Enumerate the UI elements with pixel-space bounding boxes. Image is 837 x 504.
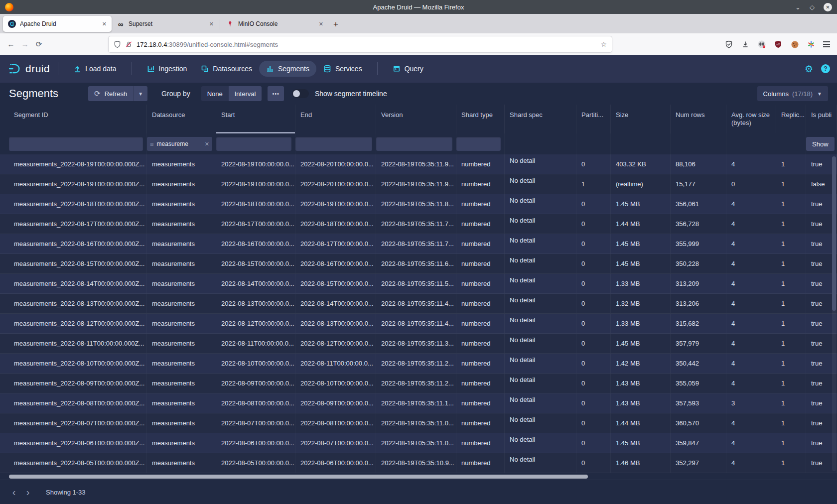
tab-minio-console[interactable]: MinIO Console ✕: [221, 16, 328, 32]
group-by-interval-button[interactable]: Interval: [229, 86, 262, 101]
filter-input-version[interactable]: [376, 137, 452, 151]
table-row[interactable]: measurements_2022-08-08T00:00:00.000Z...…: [0, 393, 837, 413]
table-row[interactable]: measurements_2022-08-18T00:00:00.000Z...…: [0, 194, 837, 214]
columns-dropdown-button[interactable]: Columns (17/18) ▼: [757, 86, 828, 101]
nav-item-datasources[interactable]: Datasources: [194, 61, 259, 77]
cell-segment_id: measurements_2022-08-19T00:00:00.000Z...: [9, 154, 147, 174]
menu-hamburger-icon[interactable]: [823, 41, 830, 47]
vertical-scrollbar[interactable]: [832, 156, 836, 471]
cell-shard_spec: No detail: [505, 174, 576, 194]
filter-chip-datasource[interactable]: ≡measureme✕: [147, 137, 212, 151]
column-header-version[interactable]: Version: [376, 105, 456, 133]
column-header-partition[interactable]: Partiti...: [576, 105, 611, 133]
table-row[interactable]: measurements_2022-08-14T00:00:00.000Z...…: [0, 274, 837, 294]
table-row[interactable]: measurements_2022-08-05T00:00:00.000Z...…: [0, 453, 837, 473]
insecure-lock-icon[interactable]: [125, 40, 133, 48]
new-tab-button[interactable]: +: [333, 19, 338, 29]
cell-start: 2022-08-11T00:00:00.0...: [216, 334, 295, 353]
cell-shard_spec: No detail: [505, 433, 576, 453]
table-row[interactable]: measurements_2022-08-13T00:00:00.000Z...…: [0, 294, 837, 314]
filter-input-end[interactable]: [295, 137, 372, 151]
cell-size: 1.45 MB: [611, 254, 671, 273]
table-row[interactable]: measurements_2022-08-17T00:00:00.000Z...…: [0, 214, 837, 234]
more-options-button[interactable]: •••: [268, 86, 284, 101]
filter-input-shard_type[interactable]: [456, 137, 501, 151]
tracking-shield-icon[interactable]: [114, 40, 121, 48]
tab-superset[interactable]: ∞ Superset ✕: [112, 16, 219, 32]
ublock-extension-icon[interactable]: uO: [774, 40, 783, 49]
filter-cell-num_rows: [671, 133, 726, 154]
tab-close-icon[interactable]: ✕: [319, 21, 323, 27]
cell-version: 2022-08-19T05:35:11.7...: [376, 234, 456, 253]
url-bar[interactable]: 172.18.0.4:30899/unified-console.html#se…: [109, 36, 612, 52]
table-row[interactable]: measurements_2022-08-19T00:00:00.000Z...…: [0, 174, 837, 194]
table-row[interactable]: measurements_2022-08-16T00:00:00.000Z...…: [0, 234, 837, 254]
table-row[interactable]: measurements_2022-08-07T00:00:00.000Z...…: [0, 413, 837, 433]
filter-input-segment_id[interactable]: [9, 137, 143, 151]
filter-cell-replication: [776, 133, 806, 154]
horizontal-scrollbar-thumb[interactable]: [9, 475, 588, 479]
column-header-replication[interactable]: Replic...: [776, 105, 806, 133]
reload-button[interactable]: ⟳: [32, 40, 46, 49]
column-header-avg_row_size[interactable]: Avg. row size (bytes): [726, 105, 776, 133]
settings-gear-icon[interactable]: ⚙: [805, 64, 813, 74]
refresh-button[interactable]: ⟳ Refresh: [88, 86, 133, 101]
segment-timeline-toggle[interactable]: [292, 89, 309, 98]
minimize-icon[interactable]: ⌄: [795, 4, 801, 10]
downloads-icon[interactable]: [741, 40, 750, 49]
ingestion-icon: [147, 65, 155, 73]
filter-cell-version: [376, 133, 456, 154]
filter-chip-remove-icon[interactable]: ✕: [205, 141, 209, 147]
column-header-segment_id[interactable]: Segment ID: [9, 105, 147, 133]
nav-item-query[interactable]: Query: [386, 61, 430, 77]
nav-item-load-data[interactable]: Load data: [66, 61, 123, 77]
tab-close-icon[interactable]: ✕: [209, 21, 214, 27]
column-header-size[interactable]: Size: [611, 105, 671, 133]
column-header-num_rows[interactable]: Num rows: [671, 105, 726, 133]
table-row[interactable]: measurements_2022-08-06T00:00:00.000Z...…: [0, 433, 837, 453]
forward-button[interactable]: →: [18, 40, 32, 48]
cell-avg_row_size: 4: [726, 294, 776, 313]
table-row[interactable]: measurements_2022-08-11T00:00:00.000Z...…: [0, 334, 837, 354]
column-header-datasource[interactable]: Datasource: [147, 105, 216, 133]
column-header-shard_type[interactable]: Shard type: [456, 105, 505, 133]
nav-item-services[interactable]: Services: [316, 61, 369, 77]
nav-item-ingestion[interactable]: Ingestion: [140, 61, 194, 77]
filter-input-start[interactable]: [216, 137, 291, 151]
table-row[interactable]: measurements_2022-08-09T00:00:00.000Z...…: [0, 374, 837, 393]
cell-shard_spec: No detail: [505, 314, 576, 333]
table-row[interactable]: measurements_2022-08-15T00:00:00.000Z...…: [0, 254, 837, 274]
column-header-is_published[interactable]: Is publi: [806, 105, 837, 133]
tab-close-icon[interactable]: ✕: [102, 21, 107, 27]
column-header-end[interactable]: End: [295, 105, 376, 133]
column-header-start[interactable]: Start: [216, 105, 295, 133]
help-icon[interactable]: ?: [821, 64, 830, 73]
table-row[interactable]: measurements_2022-08-12T00:00:00.000Z...…: [0, 314, 837, 334]
cookie-extension-icon[interactable]: [790, 40, 799, 49]
window-titlebar: Apache Druid — Mozilla Firefox ⌄ ◇ ✕: [0, 0, 837, 14]
bookmark-star-icon[interactable]: ☆: [600, 40, 607, 48]
tab-apache-druid[interactable]: ᗡ Apache Druid ✕: [3, 16, 112, 32]
cell-datasource: measurements: [147, 433, 216, 453]
druid-logo[interactable]: druid: [7, 62, 50, 76]
url-host: 172.18.0.4: [137, 41, 167, 48]
nav-item-segments[interactable]: Segments: [259, 61, 316, 77]
proxy-mask-extension-icon[interactable]: x: [757, 40, 766, 49]
shield-extension-icon[interactable]: [724, 40, 733, 49]
next-page-icon[interactable]: ›: [21, 487, 35, 497]
table-row[interactable]: measurements_2022-08-10T00:00:00.000Z...…: [0, 354, 837, 374]
druid-favicon-icon: ᗡ: [8, 20, 16, 28]
back-button[interactable]: ←: [4, 40, 18, 48]
table-row[interactable]: measurements_2022-08-19T00:00:00.000Z...…: [0, 154, 837, 174]
vertical-scrollbar-thumb[interactable]: [832, 156, 836, 311]
close-window-icon[interactable]: ✕: [824, 3, 832, 11]
group-by-none-button[interactable]: None: [201, 86, 229, 101]
extension-asterisk-icon[interactable]: [807, 40, 816, 49]
previous-page-icon[interactable]: ‹: [7, 487, 21, 497]
cell-segment_id: measurements_2022-08-14T00:00:00.000Z...: [9, 274, 147, 293]
maximize-icon[interactable]: ◇: [810, 4, 815, 10]
column-header-shard_spec[interactable]: Shard spec: [505, 105, 576, 133]
is-published-filter-button[interactable]: Show: [806, 137, 835, 151]
refresh-dropdown-button[interactable]: ▼: [133, 86, 147, 101]
brand-name: druid: [25, 63, 50, 75]
